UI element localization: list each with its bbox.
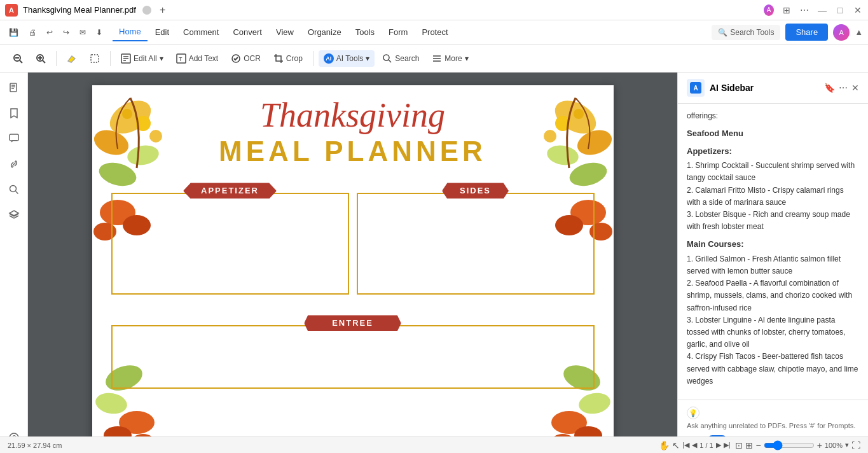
menu-view[interactable]: View — [270, 24, 300, 41]
ai-bookmark-icon[interactable]: 🔖 — [824, 83, 835, 93]
ai-main-2: 2. Seafood Paella - A flavorful combinat… — [687, 277, 859, 314]
svg-rect-24 — [10, 134, 18, 141]
ocr-label: OCR — [244, 54, 261, 63]
pdf-title-area: Thanksgiving MEAL PLANNER — [92, 85, 614, 167]
prev-page-button[interactable]: ◀ — [692, 441, 697, 449]
zoom-controls: ⊡ ⊞ − + 100% ▾ ⛶ — [735, 440, 860, 450]
last-page-button[interactable]: ▶| — [724, 441, 731, 449]
more-button[interactable]: More ▾ — [427, 50, 473, 67]
pdf-title-thanksgiving: Thanksgiving — [92, 97, 614, 134]
ai-sidebar-logo: A — [687, 79, 705, 97]
print-button[interactable]: 🖨 — [25, 25, 40, 39]
ocr-button[interactable]: OCR — [226, 50, 266, 67]
menu-convert[interactable]: Convert — [226, 24, 268, 41]
toolbar-divider-2 — [110, 51, 111, 66]
page-dimensions: 21.59 × 27.94 cm — [8, 442, 62, 449]
fit-width-icon[interactable]: ⊞ — [745, 440, 753, 450]
title-bar-right: A ⊞ ⋯ — □ ✕ — [764, 5, 863, 15]
menu-home[interactable]: Home — [113, 23, 148, 41]
toolbar-divider-1 — [56, 51, 57, 66]
share-button[interactable]: Share — [785, 24, 828, 41]
crop-button[interactable]: Crop — [268, 50, 308, 67]
zoom-out-button[interactable] — [8, 50, 28, 67]
menu-organize[interactable]: Organize — [301, 24, 348, 41]
ai-tools-label: AI Tools — [336, 54, 363, 63]
ai-lightbulb-icon: 💡 — [687, 407, 699, 419]
menu-protect[interactable]: Protect — [415, 24, 454, 41]
download-button[interactable]: ⬇ — [92, 25, 106, 39]
save-button[interactable]: 💾 — [5, 25, 22, 39]
sidebar-comment-icon[interactable] — [4, 129, 24, 149]
zoom-level: 100% — [825, 442, 843, 449]
add-text-button[interactable]: T Add Text — [171, 50, 223, 67]
add-tab-button[interactable]: + — [156, 4, 169, 17]
zoom-dropdown-icon[interactable]: ▾ — [845, 441, 849, 449]
undo-button[interactable]: ↩ — [43, 25, 57, 39]
first-page-button[interactable]: |◀ — [682, 441, 689, 449]
grid-icon[interactable]: ⊞ — [782, 5, 792, 15]
ai-sidebar-content: offerings: Seafood Menu Appetizers: 1. S… — [678, 104, 868, 400]
ai-main-courses-title: Main Courses: — [687, 238, 859, 251]
menu-form[interactable]: Form — [382, 24, 414, 41]
sidebar-pages-icon[interactable] — [4, 78, 24, 98]
toolbar-divider-3 — [313, 51, 313, 66]
zoom-out-status-button[interactable]: − — [755, 440, 761, 450]
fit-page-icon[interactable]: ⊡ — [735, 440, 743, 450]
ai-tools-chevron: ▾ — [366, 54, 369, 63]
ai-main-4: 4. Crispy Fish Tacos - Beer-battered fis… — [687, 351, 859, 387]
search-tools-button[interactable]: 🔍 Search Tools — [712, 25, 780, 40]
ai-appetizer-3: 3. Lobster Bisque - Rich and creamy soup… — [687, 209, 859, 233]
entree-label: ENTREE — [304, 315, 401, 331]
search-icon-menu: 🔍 — [718, 28, 727, 37]
window-close-button[interactable]: ✕ — [853, 5, 863, 15]
svg-point-56 — [577, 391, 612, 416]
zoom-in-status-button[interactable]: + — [817, 440, 822, 450]
next-page-button[interactable]: ▶ — [716, 441, 721, 449]
selection-button[interactable] — [85, 50, 105, 67]
add-text-label: Add Text — [189, 54, 218, 63]
svg-rect-20 — [10, 83, 17, 92]
minimize-button[interactable]: — — [817, 5, 827, 15]
maximize-button[interactable]: □ — [835, 5, 845, 15]
ai-sidebar-title: AI Sidebar — [710, 83, 819, 93]
sides-label: SIDES — [442, 183, 509, 199]
ai-seafood-menu-title: Seafood Menu — [687, 127, 859, 140]
redo-button[interactable]: ↪ — [59, 25, 73, 39]
pdf-viewer[interactable]: Thanksgiving MEAL PLANNER APPETIZER SIDE… — [28, 73, 677, 453]
menu-comment[interactable]: Comment — [177, 24, 225, 41]
sidebar-link-icon[interactable] — [4, 154, 24, 174]
entree-row: ENTREE — [92, 315, 614, 394]
user-avatar[interactable]: A — [833, 24, 850, 41]
ai-appetizer-1: 1. Shrimp Cocktail - Succulent shrimp se… — [687, 160, 859, 184]
hand-tool-icon[interactable]: ✋ — [659, 440, 670, 450]
ai-appetizers-title: Appetizers: — [687, 145, 859, 158]
svg-rect-7 — [91, 55, 99, 62]
fullscreen-button[interactable]: ⛶ — [851, 440, 860, 450]
page-nav: ✋ ↖ |◀ ◀ 1 / 1 ▶ ▶| — [659, 440, 730, 450]
more-chevron: ▾ — [465, 54, 469, 63]
menu-expand-icon[interactable]: ▲ — [855, 27, 863, 37]
sidebar-bookmark-icon[interactable] — [4, 103, 24, 123]
menu-tools[interactable]: Tools — [349, 24, 381, 41]
menu-edit[interactable]: Edit — [149, 24, 176, 41]
select-tool-icon[interactable]: ↖ — [672, 440, 680, 450]
ai-more-icon[interactable]: ⋯ — [839, 83, 848, 93]
more-options-icon[interactable]: ⋯ — [799, 5, 809, 15]
edit-all-button[interactable]: Edit All ▾ — [116, 50, 169, 67]
zoom-slider[interactable] — [764, 440, 815, 450]
sidebar-search-icon[interactable] — [4, 179, 24, 200]
ai-tools-button[interactable]: AI AI Tools ▾ — [319, 50, 375, 67]
zoom-in-button[interactable] — [31, 50, 51, 67]
close-tab-button[interactable] — [142, 6, 151, 15]
edit-all-chevron: ▾ — [160, 54, 163, 63]
ai-appetizer-2: 2. Calamari Fritto Misto - Crispy calama… — [687, 185, 859, 209]
sidebar-layers-icon[interactable] — [4, 205, 24, 225]
search-button[interactable]: Search — [377, 50, 424, 67]
profile-icon[interactable]: A — [764, 5, 774, 15]
main-layout: ? — [0, 73, 868, 453]
entree-box: ENTREE — [111, 325, 595, 389]
highlight-button[interactable] — [62, 50, 82, 67]
ai-icon: AI — [324, 53, 334, 64]
email-button[interactable]: ✉ — [76, 25, 90, 39]
ai-close-icon[interactable]: ✕ — [851, 83, 859, 93]
